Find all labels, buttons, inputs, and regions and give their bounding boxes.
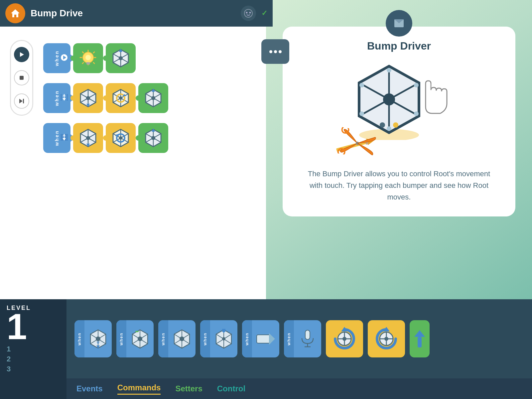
action-block-2a[interactable] <box>73 83 103 113</box>
bottom-toolbar: LEVEL 1 1 2 3 when <box>0 299 532 399</box>
svg-rect-119 <box>305 330 310 339</box>
action-block-2c[interactable] <box>138 83 168 113</box>
level-item-2: 2 <box>7 355 60 363</box>
play-icon <box>19 52 25 58</box>
when-label-3: when <box>54 130 60 146</box>
svg-point-104 <box>138 336 142 341</box>
svg-point-81 <box>380 122 385 128</box>
svg-point-18 <box>119 56 123 60</box>
action-block-1a[interactable] <box>73 43 103 73</box>
tab-control[interactable]: Control <box>217 384 245 393</box>
stop-icon <box>19 75 24 80</box>
svg-rect-105 <box>135 331 139 332</box>
svg-marker-0 <box>11 9 20 17</box>
tab-commands[interactable]: Commands <box>117 383 161 395</box>
when-label-2: when <box>54 90 60 106</box>
category-tabs: Events Commands Setters Control <box>66 378 532 399</box>
light-icon <box>79 49 97 67</box>
svg-point-29 <box>86 96 90 100</box>
robot-connect-button[interactable] <box>241 6 256 21</box>
robot-move-up-icon <box>110 48 131 68</box>
svg-point-82 <box>393 122 398 128</box>
level-number: 1 <box>7 308 60 345</box>
toolbar-block-2[interactable]: when <box>116 320 154 357</box>
info-card: Bump Driver <box>283 27 515 216</box>
svg-point-1 <box>244 9 252 17</box>
step-icon <box>19 98 25 104</box>
level-items: 1 2 3 <box>7 345 60 373</box>
info-card-description: The Bump Driver allows you to control Ro… <box>303 168 495 203</box>
info-card-title: Bump Driver <box>367 40 431 52</box>
when-label-1: when <box>54 50 60 66</box>
home-button[interactable] <box>5 3 25 23</box>
toolbar-block-3[interactable]: when <box>158 320 196 357</box>
stop-button[interactable] <box>14 70 29 85</box>
svg-point-3 <box>249 12 251 14</box>
robot-back-icon <box>78 128 98 148</box>
robot-up-icon-2 <box>143 88 164 108</box>
svg-point-36 <box>119 96 122 100</box>
when-block-2[interactable]: when <box>43 83 70 113</box>
svg-point-126 <box>342 337 346 341</box>
toolbar-block-1[interactable]: when <box>74 320 112 357</box>
svg-point-110 <box>180 336 184 341</box>
svg-point-11 <box>85 55 91 60</box>
action-block-2b[interactable] <box>106 83 136 113</box>
robot-turn-icon <box>110 88 131 108</box>
when-block-1[interactable]: when <box>43 43 70 73</box>
svg-point-59 <box>119 136 122 140</box>
panel-toggle-button[interactable] <box>261 39 289 64</box>
svg-marker-4 <box>20 52 24 57</box>
robot-turn-left-icon <box>110 128 131 148</box>
toolbar-block-4[interactable]: when <box>200 320 237 357</box>
project-title: Bump Drive <box>31 8 235 19</box>
block-toolbar: when when <box>66 299 532 399</box>
svg-marker-118 <box>269 333 275 345</box>
action-block-3b[interactable] <box>106 123 136 153</box>
robot-icon <box>244 9 253 18</box>
toolbar-block-9[interactable] <box>410 320 430 357</box>
play-button[interactable] <box>14 47 29 62</box>
svg-rect-7 <box>23 99 24 103</box>
svg-rect-5 <box>20 76 24 80</box>
svg-point-75 <box>387 68 391 72</box>
svg-rect-117 <box>257 335 270 343</box>
robot-up-icon-3 <box>143 128 164 148</box>
check-mark: ✓ <box>261 9 267 18</box>
coding-canvas: when <box>0 27 273 299</box>
toolbar-block-6[interactable]: when <box>284 320 321 357</box>
svg-marker-132 <box>414 330 425 337</box>
playback-controls <box>10 40 33 116</box>
step-button[interactable] <box>14 93 29 109</box>
dots-icon <box>269 50 282 53</box>
tab-events[interactable]: Events <box>76 384 103 393</box>
toolbar-block-8[interactable] <box>368 320 405 357</box>
svg-point-80 <box>359 111 364 116</box>
tab-setters[interactable]: Setters <box>175 384 202 393</box>
level-item-1: 1 <box>7 345 60 353</box>
level-item-3: 3 <box>7 365 60 373</box>
svg-rect-12 <box>86 62 90 64</box>
action-block-3a[interactable] <box>73 123 103 153</box>
block-row-3: when <box>43 123 168 153</box>
info-panel: Bump Driver <box>266 0 532 299</box>
svg-point-97 <box>96 336 100 341</box>
svg-marker-6 <box>19 99 23 103</box>
svg-rect-133 <box>418 337 422 347</box>
toolbar-block-7[interactable] <box>326 320 363 357</box>
svg-point-65 <box>151 136 155 140</box>
bump-driver-illustration <box>336 60 462 160</box>
level-sidebar: LEVEL 1 1 2 3 <box>0 299 66 399</box>
action-block-1b[interactable] <box>106 43 136 73</box>
block-row-1: when <box>43 43 136 73</box>
when-block-3[interactable]: when <box>43 123 70 153</box>
home-icon <box>10 9 20 18</box>
svg-rect-13 <box>86 64 90 65</box>
svg-point-74 <box>383 93 395 105</box>
svg-point-2 <box>246 12 248 14</box>
action-block-3c[interactable] <box>138 123 168 153</box>
toolbar-blocks-scroll[interactable]: when when <box>66 299 532 378</box>
svg-point-52 <box>86 136 90 140</box>
block-row-2: when <box>43 83 168 113</box>
toolbar-block-5[interactable]: when <box>242 320 279 357</box>
